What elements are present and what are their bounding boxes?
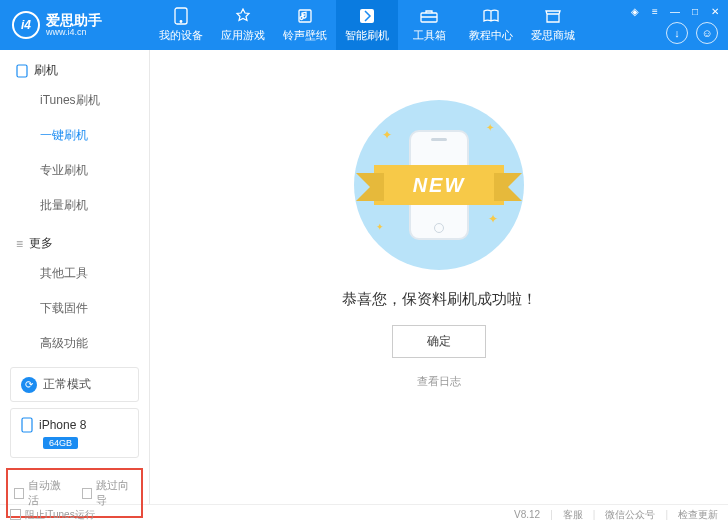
nav-tutorials[interactable]: 教程中心: [460, 0, 522, 50]
menu-icon[interactable]: ≡: [648, 4, 662, 18]
success-illustration: ✦ ✦ ✦ ✦ NEW: [354, 100, 524, 270]
star-icon: ✦: [382, 128, 392, 142]
maximize-button[interactable]: □: [688, 4, 702, 18]
version-label: V8.12: [514, 509, 540, 520]
logo-area: i4 爱思助手 www.i4.cn: [0, 11, 150, 39]
phone-icon: [21, 417, 33, 433]
svg-rect-5: [17, 65, 27, 77]
brand-site: www.i4.cn: [46, 27, 102, 37]
sidebar-section-flash: 刷机: [0, 50, 149, 83]
sidebar-item-pro[interactable]: 专业刷机: [0, 153, 149, 188]
sidebar-item-oneclick[interactable]: 一键刷机: [0, 118, 149, 153]
refresh-icon: ⟳: [21, 377, 37, 393]
sidebar: 刷机 iTunes刷机 一键刷机 专业刷机 批量刷机 ≡ 更多 其他工具 下载固…: [0, 50, 150, 504]
sidebar-item-itunes[interactable]: iTunes刷机: [0, 83, 149, 118]
support-link[interactable]: 客服: [563, 508, 583, 522]
minimize-button[interactable]: —: [668, 4, 682, 18]
flash-icon: [358, 7, 376, 25]
phone-icon: [172, 7, 190, 25]
new-ribbon: NEW: [374, 165, 504, 205]
skip-wizard-checkbox[interactable]: 跳过向导: [82, 478, 136, 508]
music-icon: [296, 7, 314, 25]
nav-toolbox[interactable]: 工具箱: [398, 0, 460, 50]
phone-icon: [16, 64, 28, 78]
sidebar-item-advanced[interactable]: 高级功能: [0, 326, 149, 361]
user-button[interactable]: ☺: [696, 22, 718, 44]
nav-apps[interactable]: 应用游戏: [212, 0, 274, 50]
svg-rect-6: [22, 418, 32, 432]
nav-my-device[interactable]: 我的设备: [150, 0, 212, 50]
app-icon: [234, 7, 252, 25]
toolbox-icon: [420, 7, 438, 25]
storage-badge: 64GB: [43, 437, 78, 449]
sidebar-section-more: ≡ 更多: [0, 223, 149, 256]
window-controls: ◈ ≡ — □ ✕: [628, 4, 722, 18]
view-log-link[interactable]: 查看日志: [417, 374, 461, 389]
main-content: ✦ ✦ ✦ ✦ NEW 恭喜您，保资料刷机成功啦！ 确定 查看日志: [150, 50, 728, 504]
sidebar-item-batch[interactable]: 批量刷机: [0, 188, 149, 223]
star-icon: ✦: [376, 222, 384, 232]
app-header: i4 爱思助手 www.i4.cn 我的设备 应用游戏 铃声壁纸 智能刷机 工具…: [0, 0, 728, 50]
ok-button[interactable]: 确定: [392, 325, 486, 358]
book-icon: [482, 7, 500, 25]
wechat-link[interactable]: 微信公众号: [605, 508, 655, 522]
nav-flash[interactable]: 智能刷机: [336, 0, 398, 50]
check-update-link[interactable]: 检查更新: [678, 508, 718, 522]
device-info[interactable]: iPhone 8 64GB: [10, 408, 139, 458]
sidebar-item-firmware[interactable]: 下载固件: [0, 291, 149, 326]
sidebar-item-other[interactable]: 其他工具: [0, 256, 149, 291]
block-itunes-checkbox[interactable]: 阻止iTunes运行: [10, 508, 95, 522]
logo-icon: i4: [12, 11, 40, 39]
svg-rect-3: [360, 9, 374, 23]
brand-name: 爱思助手: [46, 13, 102, 27]
store-icon: [544, 7, 562, 25]
nav-ringtones[interactable]: 铃声壁纸: [274, 0, 336, 50]
star-icon: ✦: [488, 212, 498, 226]
nav-store[interactable]: 爱思商城: [522, 0, 584, 50]
download-button[interactable]: ↓: [666, 22, 688, 44]
svg-point-1: [180, 21, 182, 23]
success-message: 恭喜您，保资料刷机成功啦！: [342, 290, 537, 309]
tshirt-icon[interactable]: ◈: [628, 4, 642, 18]
mode-indicator[interactable]: ⟳ 正常模式: [10, 367, 139, 402]
list-icon: ≡: [16, 237, 23, 251]
device-name: iPhone 8: [39, 418, 86, 432]
close-button[interactable]: ✕: [708, 4, 722, 18]
auto-activate-checkbox[interactable]: 自动激活: [14, 478, 68, 508]
star-icon: ✦: [486, 122, 494, 133]
